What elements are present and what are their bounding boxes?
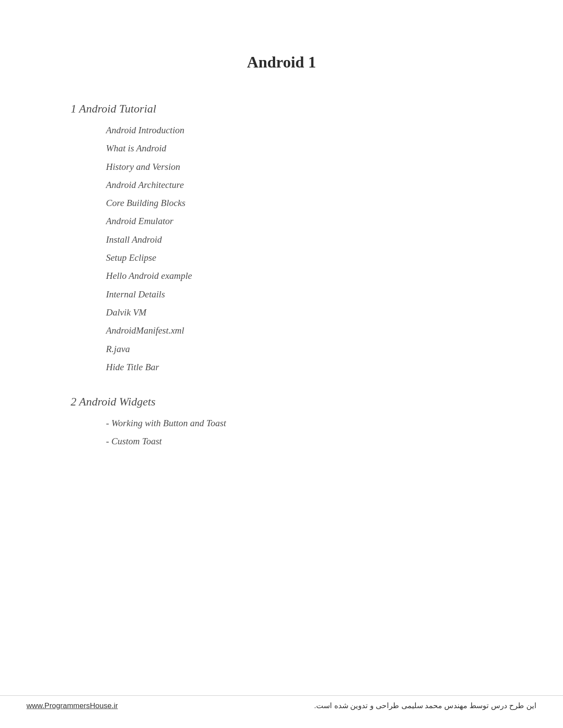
list-item: Install Android bbox=[106, 234, 492, 246]
page-title: Android 1 bbox=[71, 53, 492, 71]
page: Android 1 1 Android TutorialAndroid Intr… bbox=[0, 0, 563, 728]
list-item: - Working with Button and Toast bbox=[106, 417, 492, 429]
list-item: Dalvik VM bbox=[106, 307, 492, 319]
list-item: History and Version bbox=[106, 161, 492, 173]
footer: www.ProgrammersHouse.ir این طرح درس توسط… bbox=[0, 695, 563, 710]
list-item: Setup Eclipse bbox=[106, 252, 492, 264]
list-item: AndroidManifest.xml bbox=[106, 325, 492, 337]
section-1-items: Android IntroductionWhat is AndroidHisto… bbox=[71, 124, 492, 373]
footer-farsi-text: این طرح درس توسط مهندس محمد سلیمی طراحی … bbox=[314, 701, 537, 710]
list-item: R.java bbox=[106, 343, 492, 355]
list-item: Hide Title Bar bbox=[106, 361, 492, 373]
section-1: 1 Android TutorialAndroid IntroductionWh… bbox=[71, 102, 492, 373]
list-item: What is Android bbox=[106, 143, 492, 154]
list-item: Android Emulator bbox=[106, 215, 492, 227]
list-item: Internal Details bbox=[106, 289, 492, 300]
list-item: Core Building Blocks bbox=[106, 197, 492, 209]
list-item: - Custom Toast bbox=[106, 435, 492, 447]
section-2-items: - Working with Button and Toast- Custom … bbox=[71, 417, 492, 448]
list-item: Android Architecture bbox=[106, 179, 492, 191]
section-2: 2 Android Widgets- Working with Button a… bbox=[71, 395, 492, 448]
list-item: Android Introduction bbox=[106, 124, 492, 136]
section-2-header: 2 Android Widgets bbox=[71, 395, 492, 409]
footer-link[interactable]: www.ProgrammersHouse.ir bbox=[26, 702, 118, 710]
section-1-header: 1 Android Tutorial bbox=[71, 102, 492, 116]
list-item: Hello Android example bbox=[106, 270, 492, 282]
